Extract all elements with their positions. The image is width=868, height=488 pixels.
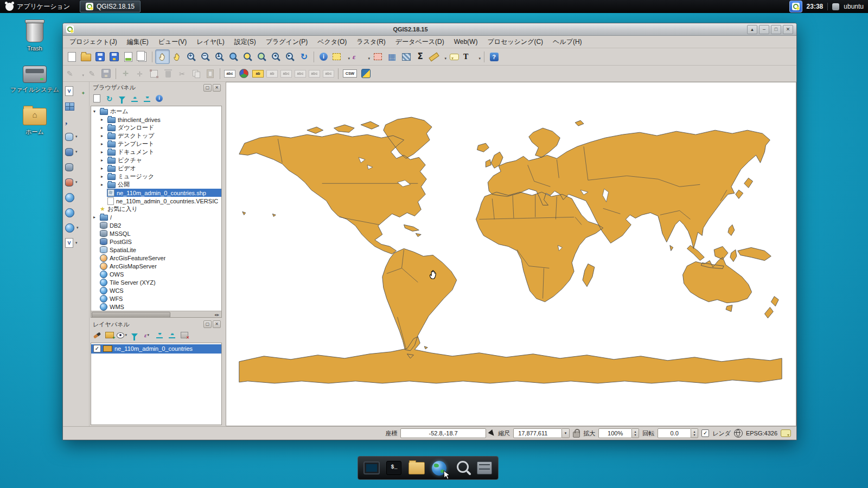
browser-item-home[interactable]: ホーム [91, 107, 221, 115]
open-layer-styling-button[interactable] [92, 330, 102, 341]
float-panel-button[interactable] [203, 320, 212, 328]
help-contents-button[interactable]: ? [487, 50, 501, 63]
menu-processing[interactable]: プロセッシング(C) [483, 36, 547, 48]
expander-icon[interactable] [101, 133, 107, 138]
expander-icon[interactable] [93, 109, 99, 114]
collapse-all-button[interactable] [167, 330, 177, 341]
browser-item-db2[interactable]: DB2 [91, 221, 221, 229]
toggle-editing-button[interactable] [85, 67, 99, 80]
map-tips-button[interactable] [448, 50, 461, 63]
node-tool-button[interactable] [147, 67, 161, 80]
add-raster-layer-button[interactable] [65, 100, 85, 112]
rotation-spinner[interactable]: ▴▾ [691, 428, 698, 438]
menu-raster[interactable]: ラスタ(R) [352, 36, 390, 48]
browser-item-arcgis-featureserver[interactable]: ArcGisFeatureServer [91, 254, 221, 262]
diagram-button[interactable] [237, 67, 251, 80]
menu-help[interactable]: ヘルプ(H) [548, 36, 586, 48]
layer-labeling-button[interactable] [223, 67, 237, 80]
menu-layer[interactable]: レイヤ(L) [192, 36, 229, 48]
properties-button[interactable]: i [154, 93, 164, 104]
layer-color-swatch[interactable] [103, 345, 112, 352]
dropdown-arrow-icon[interactable]: ▾ [82, 73, 84, 78]
browser-horizontal-scrollbar[interactable]: ◂▸ [91, 311, 221, 318]
pan-to-selection-button[interactable] [170, 50, 184, 63]
menu-web[interactable]: Web(W) [450, 37, 482, 47]
browser-item-music[interactable]: ミュージック [91, 172, 221, 181]
refresh-map-button[interactable] [297, 50, 311, 63]
render-checkbox[interactable] [701, 429, 709, 437]
label-properties-button[interactable] [322, 67, 335, 80]
text-annotation-button[interactable]: T▾ [462, 50, 481, 63]
add-delimited-text-layer-button[interactable]: , [65, 115, 85, 127]
expand-all-button[interactable] [154, 330, 164, 341]
browser-item-favorites[interactable]: お気に入り [91, 205, 221, 213]
measure-line-button[interactable]: ▾ [427, 50, 447, 63]
dock-web-browser[interactable] [430, 459, 449, 477]
expander-icon[interactable] [101, 150, 107, 155]
scale-input[interactable]: 17,877,611 [513, 428, 562, 438]
dropdown-arrow-icon[interactable]: ▾ [444, 56, 446, 61]
dropdown-arrow-icon[interactable]: ▾ [76, 226, 79, 230]
rotation-input[interactable]: 0.0 [658, 428, 691, 438]
filter-by-expression-button[interactable]: ε▾ [142, 330, 152, 341]
shade-button[interactable] [747, 25, 757, 34]
maximize-button[interactable] [771, 25, 781, 34]
browser-item-versic-file[interactable]: ne_110m_admin_0_countries.VERSIC [91, 197, 221, 205]
add-spatialite-layer-button[interactable]: ▾ [65, 131, 85, 143]
dock-home-folder[interactable] [407, 459, 426, 477]
expander-icon[interactable] [93, 215, 99, 220]
dock-terminal[interactable]: $_ [385, 459, 403, 477]
scale-lock-icon[interactable] [573, 432, 580, 438]
select-features-button[interactable]: ▾ [331, 50, 350, 63]
dropdown-arrow-icon[interactable]: ▾ [348, 56, 350, 61]
scale-dropdown-button[interactable]: ▾ [562, 428, 570, 438]
dropdown-arrow-icon[interactable]: ▾ [75, 241, 78, 245]
crs-globe-icon[interactable] [734, 429, 743, 438]
move-feature-button[interactable] [133, 67, 146, 80]
identify-features-button[interactable]: i [317, 50, 330, 63]
messages-bubble-icon[interactable] [781, 429, 791, 437]
magnifier-input[interactable]: 100% [598, 428, 632, 438]
layer-labeling-options-button[interactable] [251, 67, 265, 80]
menu-edit[interactable]: 編集(E) [123, 36, 153, 48]
browser-item-tile-server[interactable]: Tile Server (XYZ) [91, 278, 221, 286]
zoom-actual-size-button[interactable]: 1 [213, 50, 226, 63]
menu-settings[interactable]: 設定(S) [230, 36, 260, 48]
add-postgis-layer-button[interactable]: ▾ [65, 146, 85, 158]
expander-icon[interactable] [101, 142, 107, 146]
mouse-position-toggle-icon[interactable] [488, 429, 496, 438]
filter-browser-button[interactable] [117, 93, 127, 104]
qgis-tray-icon[interactable] [789, 1, 802, 12]
current-edits-button[interactable]: ▾ [65, 67, 85, 80]
field-calculator-button[interactable] [399, 50, 413, 63]
pan-map-button[interactable] [155, 49, 170, 64]
composer-manager-button[interactable] [136, 50, 149, 63]
browser-item-thinclient-drives[interactable]: thinclient_drives [91, 115, 221, 124]
browser-item-wcs[interactable]: WCS [91, 286, 221, 294]
clock[interactable]: 23:38 [807, 3, 824, 10]
add-wcs-layer-button[interactable] [65, 207, 85, 219]
label-pin-button[interactable] [265, 67, 279, 80]
save-project-button[interactable] [93, 50, 107, 63]
layers-panel-header[interactable]: レイヤパネル [91, 320, 222, 329]
minimize-button[interactable] [759, 25, 769, 34]
manage-visibility-button[interactable]: ▾ [117, 330, 127, 341]
browser-item-desktop[interactable]: デスクトップ [91, 132, 221, 140]
add-wms-layer-button[interactable] [65, 191, 85, 203]
select-by-expression-button[interactable]: ε▾ [351, 50, 371, 63]
menu-view[interactable]: ビュー(V) [154, 36, 192, 48]
scrollbar-thumb[interactable] [92, 312, 170, 318]
add-oracle-layer-button[interactable]: ▾ [65, 176, 85, 188]
dock-application-finder[interactable] [452, 459, 471, 477]
zoom-in-button[interactable]: + [184, 50, 198, 63]
browser-item-wfs[interactable]: WFS [91, 294, 221, 303]
show-statistics-button[interactable] [413, 50, 427, 63]
label-highlight-button[interactable] [279, 67, 293, 80]
dropdown-arrow-icon[interactable]: ▾ [478, 56, 481, 61]
browser-item-templates[interactable]: テンプレート [91, 140, 221, 148]
browser-item-downloads[interactable]: ダウンロード [91, 124, 221, 132]
close-panel-button[interactable] [213, 84, 221, 92]
dock-terminal-emulator[interactable] [362, 459, 381, 477]
delete-selected-button[interactable] [161, 67, 175, 80]
expander-icon[interactable] [101, 166, 107, 171]
